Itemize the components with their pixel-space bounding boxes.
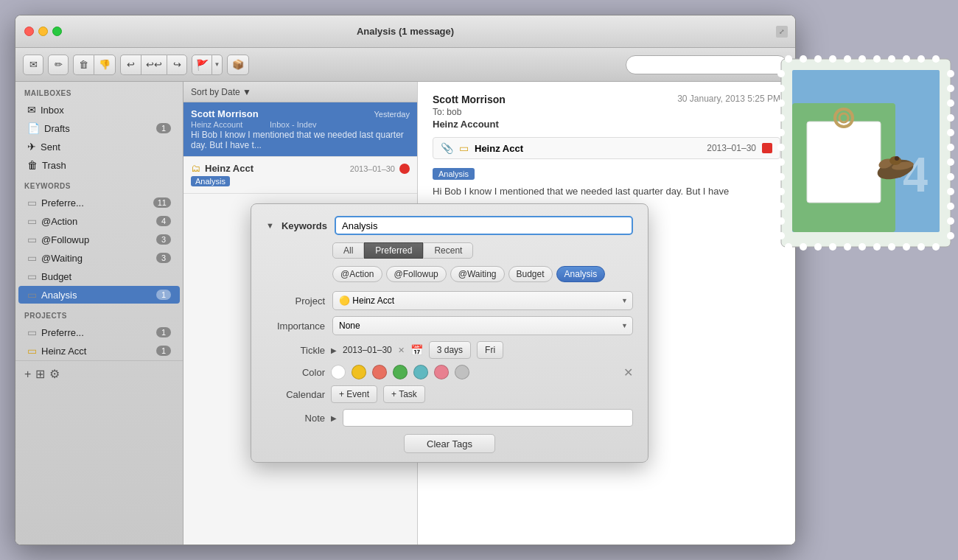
budget-icon: ▭ (27, 270, 37, 282)
stamp-decoration: 4 (766, 44, 958, 258)
sidebar-item-trash[interactable]: 🗑 Trash (18, 156, 180, 174)
keyword-input[interactable] (335, 216, 633, 235)
tickle-day-button[interactable]: Fri (477, 341, 503, 359)
sidebar-item-preferred[interactable]: ▭ Preferre... 11 (18, 194, 180, 211)
sidebar-item-drafts[interactable]: 📄 Drafts 1 (18, 119, 180, 137)
tab-preferred[interactable]: Preferred (364, 242, 423, 259)
gear-button[interactable]: ⚙ (49, 367, 60, 381)
message-to: To: bob (433, 107, 780, 117)
svg-point-46 (947, 232, 954, 239)
svg-point-34 (777, 232, 785, 239)
tag-analysis[interactable]: Analysis (556, 266, 606, 282)
close-button[interactable] (24, 27, 34, 36)
body-line1: Hi Bob I know I mentioned that we needed… (433, 184, 780, 200)
sidebar-item-analysis[interactable]: ▭ Analysis 1 (18, 286, 180, 304)
fullscreen-button[interactable]: ⤢ (776, 26, 788, 38)
reply-button[interactable]: ↩ (120, 55, 141, 75)
keywords-toggle[interactable]: ▼ (266, 221, 274, 230)
edit-button[interactable]: ✏ (48, 55, 69, 75)
tab-all[interactable]: All (332, 242, 364, 259)
preferred-icon: ▭ (27, 197, 37, 209)
replyall-button[interactable]: ↩↩ (141, 55, 167, 75)
note-input[interactable] (343, 409, 633, 427)
sender-name: Scott Morrison (191, 108, 259, 119)
svg-point-26 (777, 114, 785, 122)
svg-point-12 (785, 243, 792, 251)
tickle-days-button[interactable]: 3 days (429, 341, 471, 359)
message-item-2[interactable]: 🗂 Heinz Acct 2013–01–30 Analysis (183, 157, 417, 194)
sidebar-item-prefproj[interactable]: ▭ Preferre... 1 (18, 323, 180, 341)
svg-point-44 (947, 203, 954, 210)
sidebar-footer: + ⊞ ⚙ (15, 360, 183, 387)
add-button[interactable]: + (24, 368, 31, 381)
importance-select[interactable]: None (332, 316, 633, 335)
tag-followup[interactable]: @Followup (386, 266, 447, 282)
minimize-button[interactable] (38, 27, 48, 36)
trash-icon: 🗑 (27, 159, 38, 171)
folder-display-date: 2013–01–30 (707, 143, 756, 153)
sidebar-item-action[interactable]: ▭ @Action 4 (18, 212, 180, 230)
trash-label: Trash (42, 160, 171, 171)
project-row: Project 🟡 Heinz Acct (266, 291, 633, 310)
tickle-arrow[interactable]: ▶ (331, 346, 337, 354)
sent-icon: ✈ (27, 141, 36, 153)
importance-label: Importance (266, 321, 325, 332)
maximize-button[interactable] (52, 27, 62, 36)
analysis-tag: Analysis (191, 176, 230, 186)
color-green[interactable] (393, 365, 408, 379)
flag-dropdown[interactable]: ▼ (212, 55, 223, 75)
flag-button[interactable]: 🚩 (192, 55, 212, 75)
color-teal[interactable] (413, 365, 428, 379)
event-button[interactable]: + Event (331, 385, 377, 403)
followup-label: @Followup (41, 234, 152, 245)
thumbdown-button[interactable]: 👎 (94, 55, 116, 75)
clear-tags-button[interactable]: Clear Tags (404, 434, 495, 453)
note-arrow[interactable]: ▶ (331, 414, 337, 422)
calendar-icon[interactable]: 📅 (410, 344, 423, 356)
sidebar-item-budget[interactable]: ▭ Budget (18, 267, 180, 285)
svg-point-13 (800, 243, 807, 251)
tickle-clear[interactable]: ✕ (398, 346, 405, 355)
color-clear-button[interactable]: ✕ (623, 365, 633, 379)
svg-point-16 (844, 243, 851, 251)
forward-button[interactable]: ↪ (167, 55, 187, 75)
search-input[interactable] (626, 55, 788, 74)
sort-header[interactable]: Sort by Date ▼ (183, 82, 417, 102)
sidebar-item-heinzproj[interactable]: ▭ Heinz Acct 1 (18, 342, 180, 360)
sidebar-item-sent[interactable]: ✈ Sent (18, 138, 180, 155)
project-select[interactable]: 🟡 Heinz Acct (332, 291, 633, 310)
tag-action[interactable]: @Action (332, 266, 382, 282)
color-yellow[interactable] (352, 365, 366, 379)
color-white[interactable] (331, 365, 346, 379)
svg-point-5 (844, 55, 851, 63)
message-folder-row: 📎 ▭ Heinz Acct 2013–01–30 (433, 137, 780, 159)
waiting-label: @Waiting (41, 253, 152, 264)
sidebar-item-inbox[interactable]: ✉ Inbox (18, 101, 180, 119)
sidebar-item-waiting[interactable]: ▭ @Waiting 3 (18, 249, 180, 267)
photo-button[interactable]: ⊞ (35, 367, 45, 381)
waiting-icon: ▭ (27, 252, 37, 264)
message-actions: 🗑 👎 (73, 55, 116, 75)
delete-button[interactable]: 🗑 (73, 55, 94, 75)
sidebar: MAILBOXES ✉ Inbox 📄 Drafts 1 ✈ Sent 🗑 Tr… (15, 82, 183, 545)
task-button[interactable]: + Task (383, 385, 425, 403)
color-gray[interactable] (455, 365, 469, 379)
color-pink[interactable] (434, 365, 449, 379)
drafts-badge: 1 (156, 123, 171, 133)
tab-recent[interactable]: Recent (423, 242, 473, 259)
title-bar: Analysis (1 message) ⤢ (15, 15, 795, 48)
svg-point-24 (777, 85, 785, 92)
archive-button[interactable]: 📦 (227, 55, 249, 75)
svg-point-32 (777, 203, 785, 210)
tag-budget[interactable]: Budget (508, 266, 553, 282)
message-item-1[interactable]: Scott Morrison Yesterday Heinz Account I… (183, 102, 417, 157)
folder-tag-label: Analysis (433, 168, 475, 180)
compose-button[interactable]: ✉ (23, 55, 43, 75)
red-flag-dot (399, 164, 410, 174)
tag-waiting[interactable]: @Waiting (450, 266, 505, 282)
heinzproj-label: Heinz Acct (41, 346, 152, 357)
svg-point-29 (777, 158, 785, 166)
sidebar-item-followup[interactable]: ▭ @Followup 3 (18, 231, 180, 248)
color-red[interactable] (372, 365, 387, 379)
svg-point-3 (814, 55, 822, 63)
